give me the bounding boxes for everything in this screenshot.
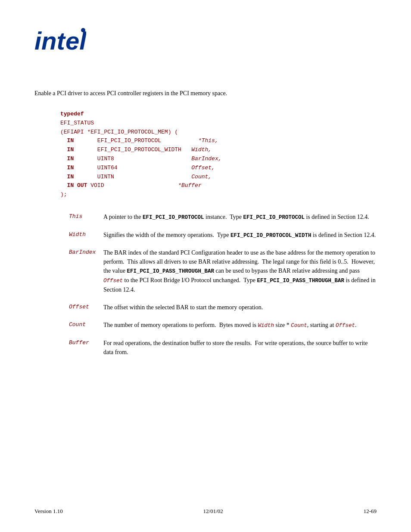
param2-name: Width, (191, 146, 212, 153)
param2-in: IN (67, 146, 74, 153)
svg-point-2 (81, 28, 85, 32)
count-count-ref: Count (291, 323, 307, 329)
param-desc-buffer: For read operations, the destination buf… (103, 339, 377, 357)
this-type-ref: EFI_PCI_IO_PROTOCOL (143, 215, 204, 221)
param-name-barindex: BarIndex (34, 248, 103, 255)
param-row-buffer: Buffer For read operations, the destinat… (34, 339, 377, 357)
description-text: Enable a PCI driver to access PCI contro… (34, 90, 377, 97)
param-desc-offset: The offset within the selected BAR to st… (103, 303, 377, 312)
param-row-count: Count The number of memory operations to… (34, 320, 377, 330)
param6-type: VOID (90, 182, 104, 189)
count-width-ref: Width (258, 323, 274, 329)
params-table: This A pointer to the EFI_PCI_IO_PROTOCO… (34, 212, 377, 357)
footer-date: 12/01/02 (203, 508, 223, 515)
barindex-offset-ref: Offset (103, 278, 123, 284)
param-name-buffer: Buffer (34, 339, 103, 346)
param-name-width: Width (34, 230, 103, 238)
param-desc-count: The number of memory operations to perfo… (103, 320, 377, 330)
param-name-offset: Offset (34, 303, 103, 310)
code-block: typedef EFI_STATUS (EFIAPI *EFI_PCI_IO_P… (60, 110, 377, 199)
param1-name: *This, (198, 137, 218, 144)
page: int el Enable a PCI driver to access PCI… (0, 0, 411, 532)
closing: ); (60, 191, 67, 198)
param-desc-width: Signifies the width of the memory operat… (103, 230, 377, 240)
param4-in: IN (67, 165, 74, 171)
param5-type: UINTN (97, 174, 114, 180)
footer-version: Version 1.10 (34, 508, 63, 515)
param3-name: BarIndex, (191, 156, 221, 162)
param-desc-barindex: The BAR index of the standard PCI Config… (103, 248, 377, 294)
param3-in: IN (67, 156, 74, 162)
width-type-ref: EFI_PCI_IO_PROTOCOL_WIDTH (230, 233, 311, 239)
this-type-ref2: EFI_PCI_IO_PROTOCOL (243, 215, 305, 221)
count-offset-ref: Offset (336, 323, 355, 329)
param4-type: UINT64 (97, 165, 118, 171)
param-name-this: This (34, 212, 103, 220)
param4-name: Offset, (191, 165, 215, 171)
intel-logo-container: int el (34, 26, 377, 56)
svg-text:int: int (34, 27, 66, 54)
param1-type: EFI_PCI_IO_PROTOCOL (97, 137, 161, 144)
param-name-count: Count (34, 320, 103, 328)
function-sig: (EFIAPI *EFI_PCI_IO_PROTOCOL_MEM) ( (60, 129, 178, 135)
param5-name: Count, (191, 174, 212, 180)
intel-logo: int el (34, 26, 86, 54)
param2-type: EFI_PCI_IO_PROTOCOL_WIDTH (97, 146, 181, 153)
footer-page: 12-69 (364, 508, 377, 515)
barindex-passthrough-ref2: EFI_PCI_IO_PASS_THROUGH_BAR (257, 278, 344, 284)
param1-in: IN (67, 137, 74, 144)
typedef-keyword: typedef (60, 111, 84, 117)
param-row-offset: Offset The offset within the selected BA… (34, 303, 377, 312)
param5-in: IN (67, 174, 74, 180)
param-row-this: This A pointer to the EFI_PCI_IO_PROTOCO… (34, 212, 377, 222)
footer: Version 1.10 12/01/02 12-69 (34, 508, 377, 515)
param-row-barindex: BarIndex The BAR index of the standard P… (34, 248, 377, 294)
param-row-width: Width Signifies the width of the memory … (34, 230, 377, 240)
efi-status: EFI_STATUS (60, 120, 94, 126)
barindex-passthrough-ref1: EFI_PCI_IO_PASS_THROUGH_BAR (127, 268, 214, 274)
param6-name: *Buffer (178, 182, 202, 189)
param3-type: UINT8 (97, 156, 114, 162)
param-desc-this: A pointer to the EFI_PCI_IO_PROTOCOL ins… (103, 212, 377, 222)
param6-in: IN OUT (67, 182, 87, 189)
